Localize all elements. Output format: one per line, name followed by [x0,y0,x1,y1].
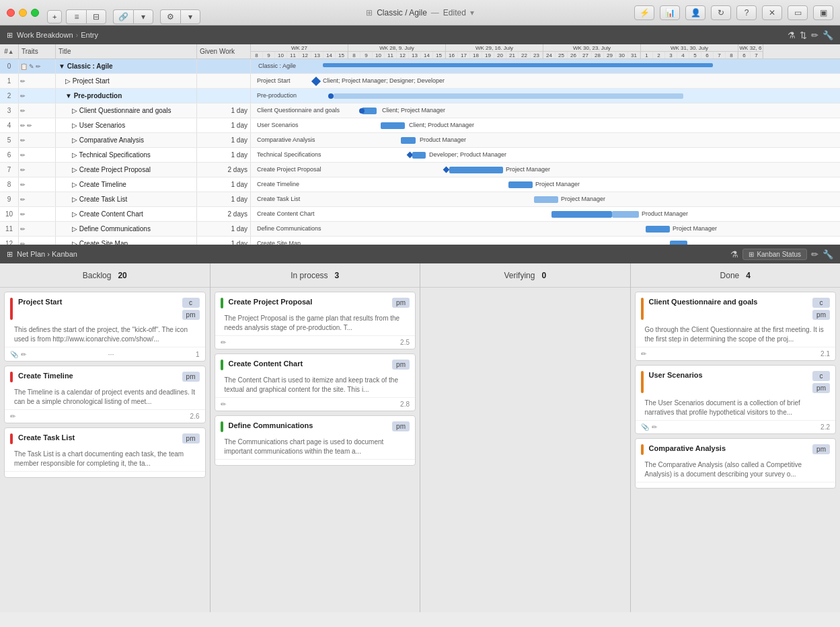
filter-icon[interactable]: ⚗ [788,30,796,40]
kanban-card[interactable]: Create Task List pm The Task List is a c… [4,427,206,478]
row-traits: ✏ [19,237,56,245]
card-badge-pm[interactable]: pm [182,372,200,382]
card-badge-pm[interactable]: pm [812,444,830,454]
kanban-card[interactable]: Comparative Analysis pm The Comparative … [635,438,837,489]
table-row[interactable]: 9 ✏ ▷ Create Task List 1 day Create Task… [0,192,840,207]
kanban-col-body-done: Client Questionnaire and goals c pm Go t… [631,288,841,612]
table-row[interactable]: 6 ✏ ▷ Technical Specifications 1 day Tec… [0,148,840,163]
card-priority-bar [221,421,223,432]
card-title: Create Timeline [18,372,178,380]
kanban-edit-icon[interactable]: ✏ [811,249,818,259]
card-more-icon[interactable]: ··· [108,350,114,358]
gear-chevron-icon[interactable]: ▾ [180,9,200,24]
card-badge-pm[interactable]: pm [182,433,200,444]
maximize-button[interactable] [31,9,39,17]
table-row[interactable]: 0 📋✎✏ ▼ Classic : Agile Classic : Agile [0,59,840,74]
card-title: Client Questionnaire and goals [649,298,809,306]
refresh-icon[interactable]: ↻ [711,5,731,20]
kanban-card[interactable]: Create Project Proposal pm The Project P… [215,292,416,349]
row-given [197,74,251,88]
sidebar-icon[interactable]: ▣ [813,5,833,20]
card-priority-bar [641,371,644,393]
list-view-button[interactable]: ≡ [66,9,86,24]
person-icon[interactable]: 👤 [685,5,705,20]
kanban-card[interactable]: Create Timeline pm The Timeline is a cal… [4,366,206,423]
breadcrumb-part1[interactable]: Work Breakdown [17,31,73,39]
card-footer [215,459,416,465]
title-chevron-icon[interactable]: ▾ [470,8,474,17]
settings-icon[interactable]: 🔧 [823,30,833,40]
row-title: ▷ Project Start [56,74,197,88]
card-footer: 📎 ✏ ··· 1 [5,347,205,361]
card-footer [636,482,836,488]
card-edit-icon[interactable]: ✏ [21,351,26,358]
link-button[interactable]: 🔗 [113,9,133,24]
card-badge-pm[interactable]: pm [812,310,830,320]
card-badge-pm[interactable]: pm [392,421,410,431]
row-given: 1 day [197,103,251,118]
table-row[interactable]: 5 ✏ ▷ Comparative Analysis 1 day Compara… [0,133,840,148]
add-button[interactable]: + [47,10,62,24]
kanban-card[interactable]: User Scenarios c pm The User Scenarios d… [635,365,837,434]
kanban-card[interactable]: Project Start c pm This defines the star… [4,292,206,362]
kanban-card[interactable]: Create Content Chart pm The Content Char… [215,353,416,411]
tools-icon[interactable]: ✕ [762,5,782,20]
row-title: ▷ User Scenarios [56,118,197,132]
row-gantt: Create Content Chart Product Manager [256,207,840,222]
card-badge-pm[interactable]: pm [392,298,410,308]
lightning-icon[interactable]: ⚡ [634,5,654,20]
row-given: 1 day [197,118,251,132]
card-edit-icon[interactable]: ✏ [10,413,15,420]
col-given: Given Work [197,44,251,58]
close-button[interactable] [7,9,15,17]
row-num: 8 [0,177,19,192]
table-row[interactable]: 4 ✏✏ ▷ User Scenarios 1 day User Scenari… [0,118,840,133]
row-gantt: Pre-production [256,89,840,103]
card-edit-icon[interactable]: ✏ [652,423,657,431]
card-badge-c[interactable]: c [182,298,200,308]
minimize-button[interactable] [19,9,27,17]
kanban-breadcrumb-part1[interactable]: Net Plan [17,250,45,258]
gear-button[interactable]: ⚙ [160,9,180,24]
card-title: User Scenarios [649,371,809,379]
card-badge-c[interactable]: c [812,371,830,381]
kanban-settings-icon[interactable]: 🔧 [823,249,833,259]
card-priority-bar [10,298,13,320]
card-badge-pm[interactable]: pm [812,383,830,393]
card-body: The Project Proposal is the game plan th… [215,311,416,335]
kanban-filter-icon[interactable]: ⚗ [730,249,738,259]
card-badge-pm[interactable]: pm [392,360,410,370]
row-gantt: Create Site Map [256,237,840,245]
sort-icon[interactable]: ⇅ [800,30,807,40]
card-priority-bar [10,433,13,444]
kanban-status-button[interactable]: ⊞ Kanban Status [742,249,807,260]
layout-icon[interactable]: ▭ [788,5,808,20]
kanban-card[interactable]: Client Questionnaire and goals c pm Go t… [635,292,837,361]
kanban-card[interactable]: Define Communications pm The Communicati… [215,415,416,466]
table-row[interactable]: 2 ✏ ▼ Pre-production Pre-production [0,89,840,103]
card-edit-icon[interactable]: ✏ [641,350,646,358]
done-count: 4 [746,271,751,280]
gantt-header: WK 27 89101112131415 WK 28, 9. July 8910… [251,44,840,58]
table-row[interactable]: 1 ✏ ▷ Project Start Project Start Client… [0,74,840,89]
table-row[interactable]: 10 ✏ ▷ Create Content Chart 2 days Creat… [0,207,840,222]
card-badge-c[interactable]: c [812,298,830,308]
card-badge-pm[interactable]: pm [182,310,200,320]
card-edit-icon[interactable]: ✏ [221,339,226,346]
kanban-col-inprocess: In process 3 Create Project Proposal pm … [211,263,421,612]
kanban-status-table-icon: ⊞ [749,251,754,258]
table-row[interactable]: 8 ✏ ▷ Create Timeline 1 day Create Timel… [0,177,840,192]
row-traits: ✏✏ [19,118,56,132]
row-traits: ✏ [19,192,56,206]
chevron-down-icon[interactable]: ▾ [133,9,153,24]
edit-icon[interactable]: ✏ [811,30,818,40]
card-edit-icon[interactable]: ✏ [221,401,226,408]
chart-icon[interactable]: 📊 [660,5,680,20]
table-row[interactable]: 3 ✏ ▷ Client Questionnaire and goals 1 d… [0,103,840,118]
kanban-breadcrumb: Net Plan › Kanban [17,250,77,258]
table-row[interactable]: 11 ✏ ▷ Define Communications 1 day Defin… [0,222,840,237]
table-row[interactable]: 12 ✏ ▷ Create Site Map 1 day Create Site… [0,237,840,245]
grid-view-button[interactable]: ⊟ [86,9,106,24]
table-row[interactable]: 7 ✏ ▷ Create Project Proposal 2 days Cre… [0,163,840,177]
help-icon[interactable]: ? [736,5,757,20]
